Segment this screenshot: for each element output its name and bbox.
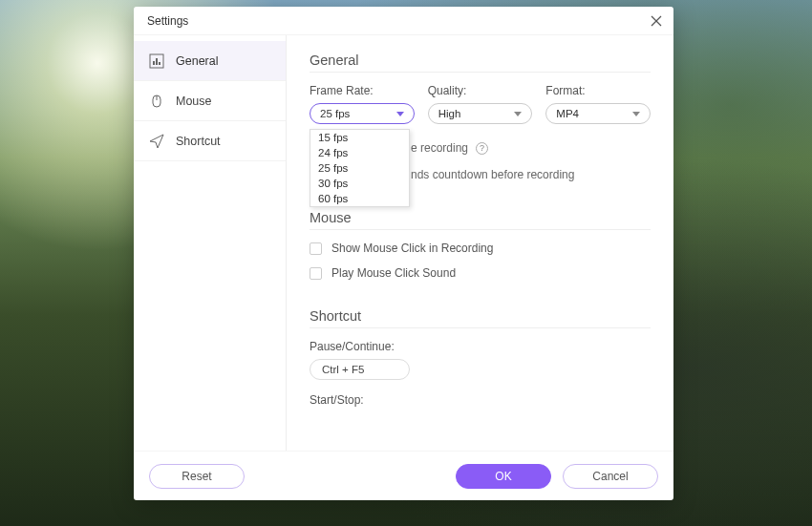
quality-select[interactable]: High <box>428 103 533 124</box>
general-row: Frame Rate: 25 fps Quality: High Format: <box>310 84 651 124</box>
section-title-mouse: Mouse <box>310 210 651 230</box>
pause-value: Ctrl + F5 <box>322 364 364 375</box>
quality-col: Quality: High <box>428 84 533 124</box>
settings-dialog: Settings General Mouse <box>134 7 673 500</box>
frame-rate-option[interactable]: 25 fps <box>310 160 409 176</box>
frame-rate-dropdown: 15 fps 24 fps 25 fps 30 fps 60 fps <box>310 129 410 207</box>
svg-rect-5 <box>159 62 160 65</box>
show-click-label: Show Mouse Click in Recording <box>331 242 493 255</box>
format-select[interactable]: MP4 <box>545 103 651 124</box>
sidebar-item-label: Shortcut <box>176 135 221 148</box>
ok-button[interactable]: OK <box>456 464 551 489</box>
play-sound-checkbox[interactable] <box>310 267 322 280</box>
frame-rate-value: 25 fps <box>320 108 350 119</box>
hide-recording-text: e recording ? <box>411 141 651 155</box>
frame-rate-select[interactable]: 25 fps <box>310 103 415 124</box>
sidebar-item-label: General <box>176 54 218 68</box>
sidebar: General Mouse Shortcut <box>134 35 287 451</box>
mouse-icon <box>149 94 164 109</box>
content-pane: General Frame Rate: 25 fps Quality: High <box>287 35 673 451</box>
show-click-row: Show Mouse Click in Recording <box>310 242 651 255</box>
format-col: Format: MP4 <box>545 84 651 124</box>
frame-rate-option[interactable]: 60 fps <box>310 191 409 206</box>
frame-rate-option[interactable]: 30 fps <box>310 176 409 191</box>
section-title-shortcut: Shortcut <box>310 308 651 328</box>
quality-value: High <box>438 108 461 119</box>
svg-rect-4 <box>156 58 158 65</box>
svg-rect-3 <box>153 61 155 65</box>
footer: Reset OK Cancel <box>134 451 673 500</box>
sidebar-item-label: Mouse <box>176 95 212 108</box>
frame-rate-col: Frame Rate: 25 fps <box>310 84 415 124</box>
pause-input[interactable]: Ctrl + F5 <box>310 359 410 380</box>
dialog-title: Settings <box>147 14 649 28</box>
countdown-text: nds countdown before recording <box>411 168 651 181</box>
sidebar-item-shortcut[interactable]: Shortcut <box>134 121 286 161</box>
quality-label: Quality: <box>428 84 533 97</box>
dialog-body: General Mouse Shortcut General Frame Rat… <box>134 35 673 451</box>
titlebar: Settings <box>134 7 673 35</box>
pause-label: Pause/Continue: <box>310 340 651 353</box>
format-value: MP4 <box>556 108 579 119</box>
section-title-general: General <box>310 53 651 73</box>
chevron-down-icon <box>396 112 404 116</box>
show-click-checkbox[interactable] <box>310 242 322 255</box>
help-icon[interactable]: ? <box>476 142 488 155</box>
bar-chart-icon <box>149 53 164 69</box>
chevron-down-icon <box>632 112 640 116</box>
reset-button[interactable]: Reset <box>149 464 245 489</box>
format-label: Format: <box>545 84 651 97</box>
chevron-down-icon <box>514 112 522 116</box>
frame-rate-label: Frame Rate: <box>310 84 415 97</box>
sidebar-item-mouse[interactable]: Mouse <box>134 81 286 121</box>
play-sound-label: Play Mouse Click Sound <box>331 266 456 280</box>
play-sound-row: Play Mouse Click Sound <box>310 266 651 280</box>
cancel-button[interactable]: Cancel <box>563 464 658 489</box>
sidebar-item-general[interactable]: General <box>134 41 286 81</box>
close-icon[interactable] <box>649 13 664 29</box>
startstop-label: Start/Stop: <box>310 393 651 407</box>
frame-rate-option[interactable]: 15 fps <box>310 130 409 145</box>
paper-plane-icon <box>149 134 164 149</box>
frame-rate-option[interactable]: 24 fps <box>310 145 409 160</box>
